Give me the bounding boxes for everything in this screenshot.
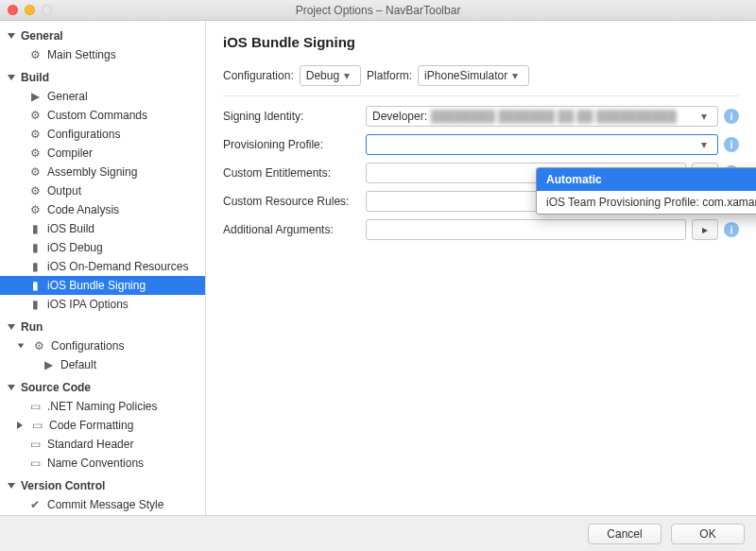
sidebar-item-label: General bbox=[47, 90, 88, 103]
platform-label: Platform: bbox=[367, 69, 412, 82]
dropdown-option-team-profile[interactable]: iOS Team Provisioning Profile: com.xamar… bbox=[537, 191, 756, 214]
divider bbox=[223, 95, 739, 96]
info-icon[interactable]: i bbox=[724, 109, 739, 124]
sidebar-item-label: Name Conventions bbox=[47, 456, 144, 470]
configuration-value: Debug bbox=[306, 69, 339, 82]
sidebar-item-name-conventions[interactable]: ▭ Name Conventions bbox=[0, 454, 205, 473]
sidebar-item-configurations[interactable]: ⚙ Configurations bbox=[0, 125, 205, 144]
sidebar-item-label: Configurations bbox=[47, 128, 120, 141]
additional-arguments-label: Additional Arguments: bbox=[223, 223, 360, 236]
config-platform-row: Configuration: Debug ▾ Platform: iPhoneS… bbox=[223, 65, 739, 86]
sidebar-item-ios-debug[interactable]: ▮ iOS Debug bbox=[0, 238, 205, 257]
sidebar-item-label: Custom Commands bbox=[47, 109, 147, 122]
sidebar-item-general[interactable]: ▶ General bbox=[0, 87, 205, 106]
sidebar-item-label: Commit Message Style bbox=[47, 498, 163, 511]
document-icon: ▭ bbox=[28, 456, 42, 470]
dropdown-option-automatic[interactable]: Automatic bbox=[537, 168, 756, 191]
additional-arguments-input[interactable] bbox=[366, 219, 686, 240]
chevron-down-icon bbox=[8, 33, 15, 39]
sidebar-item-run-default[interactable]: ▶ Default bbox=[0, 355, 205, 374]
sidebar-section-run[interactable]: Run bbox=[0, 318, 205, 336]
sidebar-section-general[interactable]: General bbox=[0, 26, 205, 45]
window-titlebar: Project Options – NavBarToolbar bbox=[0, 0, 756, 21]
ok-button[interactable]: OK bbox=[671, 524, 745, 544]
info-icon[interactable]: i bbox=[724, 137, 739, 152]
document-icon: ▭ bbox=[30, 419, 43, 432]
device-icon: ▮ bbox=[28, 279, 42, 292]
sidebar-item-ios-build[interactable]: ▮ iOS Build bbox=[0, 219, 205, 238]
provisioning-profile-label: Provisioning Profile: bbox=[223, 138, 360, 151]
sidebar-section-build[interactable]: Build bbox=[0, 68, 205, 87]
option-label: iOS Team Provisioning Profile: com.xamar… bbox=[546, 196, 756, 209]
gear-icon: ⚙ bbox=[28, 48, 42, 61]
gear-icon: ⚙ bbox=[32, 339, 45, 353]
dialog-footer: Cancel OK bbox=[0, 515, 756, 551]
chevron-down-icon bbox=[8, 324, 15, 330]
section-label: Build bbox=[21, 71, 49, 84]
chevron-down-icon bbox=[18, 343, 25, 348]
sidebar-item-code-formatting[interactable]: ▭ Code Formatting bbox=[0, 416, 205, 435]
sidebar-item-assembly-signing[interactable]: ⚙ Assembly Signing bbox=[0, 163, 205, 181]
provisioning-profile-select[interactable]: ▾ bbox=[366, 134, 718, 155]
check-icon: ✔ bbox=[28, 498, 42, 511]
sidebar-item-ios-ipa-options[interactable]: ▮ iOS IPA Options bbox=[0, 295, 205, 314]
sidebar-item-output[interactable]: ⚙ Output bbox=[0, 181, 205, 200]
custom-entitlements-label: Custom Entitlements: bbox=[223, 166, 360, 180]
section-label: Source Code bbox=[21, 381, 91, 394]
gear-icon: ⚙ bbox=[28, 165, 42, 179]
button-label: Cancel bbox=[607, 527, 642, 541]
chevron-down-icon bbox=[8, 75, 15, 80]
chevron-down-icon bbox=[8, 385, 15, 390]
sidebar-section-version-control[interactable]: Version Control bbox=[0, 476, 205, 495]
chevron-down-icon: ▾ bbox=[339, 69, 354, 82]
sidebar-item-label: iOS Bundle Signing bbox=[47, 279, 146, 292]
sidebar-item-naming-policies[interactable]: ▭ .NET Naming Policies bbox=[0, 397, 205, 416]
window-title: Project Options – NavBarToolbar bbox=[0, 4, 756, 17]
sidebar-item-label: iOS IPA Options bbox=[47, 298, 129, 311]
sidebar-item-ios-bundle-signing[interactable]: ▮ iOS Bundle Signing bbox=[0, 276, 205, 295]
sidebar-item-label: iOS Debug bbox=[47, 241, 103, 254]
button-label: OK bbox=[699, 527, 715, 541]
sidebar-section-source-code[interactable]: Source Code bbox=[0, 378, 205, 397]
content-pane: iOS Bundle Signing Configuration: Debug … bbox=[206, 21, 756, 515]
sidebar-item-label: iOS Build bbox=[47, 222, 94, 235]
triangle-icon: ▶ bbox=[28, 90, 42, 103]
chevron-down-icon: ▾ bbox=[696, 110, 712, 123]
sidebar-item-label: Assembly Signing bbox=[47, 165, 137, 179]
platform-select[interactable]: iPhoneSimulator ▾ bbox=[418, 65, 529, 86]
sidebar-item-label: Code Analysis bbox=[47, 203, 119, 216]
sidebar-item-compiler[interactable]: ⚙ Compiler bbox=[0, 144, 205, 163]
cancel-button[interactable]: Cancel bbox=[588, 524, 662, 544]
document-icon: ▭ bbox=[28, 438, 42, 451]
sidebar-item-custom-commands[interactable]: ⚙ Custom Commands bbox=[0, 106, 205, 125]
gear-icon: ⚙ bbox=[28, 184, 42, 198]
sidebar-item-label: Default bbox=[60, 358, 96, 371]
gear-icon: ⚙ bbox=[28, 128, 42, 141]
device-icon: ▮ bbox=[28, 241, 42, 254]
sidebar-item-main-settings[interactable]: ⚙ Main Settings bbox=[0, 45, 205, 64]
provisioning-profile-dropdown: Automatic iOS Team Provisioning Profile:… bbox=[536, 167, 756, 215]
sidebar-item-commit-message-style[interactable]: ✔ Commit Message Style bbox=[0, 495, 205, 514]
platform-value: iPhoneSimulator bbox=[424, 69, 507, 82]
info-icon[interactable]: i bbox=[724, 222, 739, 237]
sidebar-item-ios-on-demand-resources[interactable]: ▮ iOS On-Demand Resources bbox=[0, 257, 205, 276]
additional-arguments-action-button[interactable]: ▸ bbox=[692, 219, 718, 240]
document-icon: ▭ bbox=[28, 400, 42, 413]
sidebar-item-label: Standard Header bbox=[47, 438, 133, 451]
sidebar-item-code-analysis[interactable]: ⚙ Code Analysis bbox=[0, 200, 205, 219]
page-title: iOS Bundle Signing bbox=[223, 34, 739, 50]
sidebar-item-label: .NET Naming Policies bbox=[47, 400, 157, 413]
sidebar-item-label: Compiler bbox=[47, 146, 93, 160]
sidebar-item-label: Configurations bbox=[51, 339, 124, 353]
signing-identity-label: Signing Identity: bbox=[223, 110, 360, 123]
sidebar-item-label: iOS On-Demand Resources bbox=[47, 260, 188, 273]
sidebar-item-standard-header[interactable]: ▭ Standard Header bbox=[0, 435, 205, 454]
gear-icon: ⚙ bbox=[28, 146, 42, 160]
triangle-icon: ▶ bbox=[42, 358, 55, 371]
signing-identity-select[interactable]: Developer: ████████ ███████ ██ ██ ██████… bbox=[366, 106, 718, 127]
device-icon: ▮ bbox=[28, 260, 42, 273]
sidebar-item-run-configurations[interactable]: ⚙ Configurations bbox=[0, 336, 205, 355]
signing-identity-value: Developer: bbox=[372, 110, 427, 123]
section-label: Version Control bbox=[21, 479, 105, 492]
configuration-select[interactable]: Debug ▾ bbox=[300, 65, 361, 86]
